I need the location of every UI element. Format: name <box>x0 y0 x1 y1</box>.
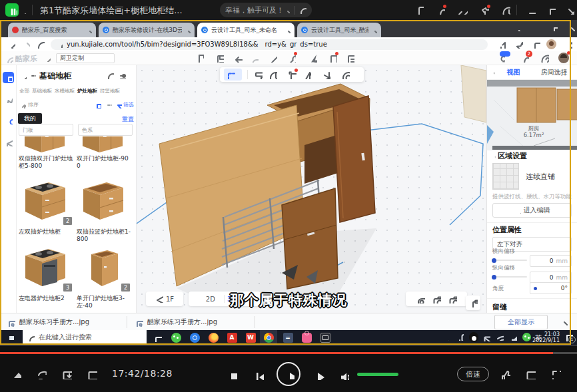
wechat-tray-icon[interactable] <box>522 333 531 341</box>
download-item-1[interactable]: 酷家乐练习手册方...jpg <box>7 316 99 328</box>
omnibox[interactable]: yun.kujiale.com/tool/h5/bim?designid=3FO… <box>51 39 488 50</box>
app-bell-icon[interactable]: 2 <box>520 53 529 63</box>
screen-record-app-icon[interactable] <box>320 332 330 343</box>
browser-restore-icon[interactable] <box>550 24 558 31</box>
calculator-app-icon[interactable] <box>283 332 293 343</box>
bookmark-star-icon[interactable] <box>514 40 523 49</box>
theater-mode-icon[interactable] <box>525 369 536 379</box>
chevron-up-icon[interactable] <box>93 319 99 325</box>
microphone-tray-icon[interactable] <box>456 333 464 341</box>
app-back-icon[interactable] <box>43 54 51 62</box>
wechat-app-icon[interactable] <box>171 332 181 343</box>
history-clock-icon[interactable] <box>501 5 510 15</box>
floorplan-minimap[interactable]: 厨房 6.17m² <box>487 80 577 150</box>
shopping-bag-app-icon[interactable] <box>301 332 312 343</box>
browser-close-icon[interactable] <box>568 24 575 31</box>
v-offset-slider[interactable] <box>492 276 527 278</box>
browser-tab-3-active[interactable]: 云设计工具_司米_未命名 <box>197 23 294 37</box>
skin-shirt-icon[interactable] <box>480 5 489 15</box>
plugin-tool-button[interactable] <box>321 70 335 79</box>
export-doc-icon[interactable] <box>345 53 354 63</box>
catalog-expand-icon[interactable] <box>129 71 137 79</box>
rail-cabinet-icon[interactable] <box>3 72 14 83</box>
previous-icon[interactable] <box>253 369 264 380</box>
catalog-sliders-icon[interactable] <box>118 71 126 79</box>
redo-icon[interactable] <box>249 53 259 63</box>
browser-tab-2[interactable]: 酷家乐装修设计-在线3D云设计平 <box>99 23 195 37</box>
firefox-app-icon[interactable] <box>208 332 219 343</box>
playback-speed-button[interactable]: 倍速 <box>457 367 489 381</box>
tab-room-select[interactable]: 房间选择 <box>530 68 577 77</box>
acrobat-app-icon[interactable] <box>227 332 237 343</box>
like-thumb-icon[interactable] <box>500 369 510 379</box>
tab-view[interactable]: 视图 <box>496 68 530 77</box>
shape-tool-button[interactable] <box>302 70 316 79</box>
lightning-icon[interactable] <box>308 53 317 63</box>
action-center-icon[interactable]: 1 <box>564 333 573 341</box>
reset-button[interactable]: 重置 <box>122 115 134 124</box>
stop-icon[interactable] <box>227 369 237 379</box>
volume-icon[interactable] <box>338 369 349 380</box>
url-text[interactable]: yun.kujiale.com/tool/h5/bim?designid=3FO… <box>67 41 327 48</box>
tab-all[interactable]: 全部 <box>19 88 29 95</box>
collapse-chevron-icon[interactable] <box>566 226 572 232</box>
sort-control[interactable]: 排序 <box>19 101 39 108</box>
ring-tool-button[interactable] <box>340 70 354 79</box>
show-all-downloads-button[interactable]: 全部显示 <box>494 315 548 329</box>
app-menu-caret-icon[interactable] <box>21 7 27 14</box>
close-icon[interactable] <box>565 5 574 15</box>
popup-player-icon[interactable] <box>11 369 21 379</box>
chrome-app-icon-active[interactable] <box>260 330 277 345</box>
user-avatar[interactable] <box>558 53 569 63</box>
tab-stove-cabinet[interactable]: 炉灶地柜 <box>77 88 97 95</box>
browser-tab-1[interactable]: 酷家乐_百度搜索 <box>8 23 96 37</box>
iqiyi-logo[interactable] <box>5 3 19 17</box>
mail-tray-icon[interactable] <box>482 333 490 341</box>
share-icon[interactable] <box>497 40 506 49</box>
rail-designer-icon[interactable] <box>3 114 14 126</box>
play-button[interactable] <box>277 362 300 386</box>
task-view-icon[interactable] <box>152 332 163 343</box>
tray-chevron-up-icon[interactable] <box>442 334 449 341</box>
category-list-icon[interactable] <box>29 72 36 79</box>
frame-tool-button[interactable] <box>287 70 296 79</box>
material-swatch-icon[interactable] <box>328 53 337 63</box>
filter-control[interactable]: 筛选 <box>115 101 134 108</box>
next-icon[interactable] <box>314 369 325 380</box>
paint-roller-tool-icon[interactable] <box>253 70 263 79</box>
collaborate-icon[interactable] <box>496 53 505 63</box>
volume-slider[interactable] <box>357 373 398 376</box>
search-clear-icon[interactable] <box>284 7 290 13</box>
h-offset-slider[interactable] <box>492 260 527 261</box>
cast-device-icon[interactable] <box>414 5 424 15</box>
list-view-icon[interactable] <box>105 101 112 108</box>
browser-menu-kebab-icon[interactable] <box>564 40 572 49</box>
player-search-box[interactable]: 幸福，触手可及！ <box>220 3 312 17</box>
catalog-search-icon[interactable] <box>106 71 114 79</box>
tools-wrench-icon[interactable] <box>287 53 296 63</box>
notification-bell[interactable] <box>436 5 445 15</box>
panel-expand-icon[interactable] <box>567 151 574 158</box>
taskbar-clock[interactable]: 21:03 2022/9/11 <box>532 331 560 343</box>
tab-sink-cabinet[interactable]: 水槽地柜 <box>55 88 75 95</box>
rail-model-box-icon[interactable] <box>3 136 14 148</box>
link-icon[interactable] <box>458 5 468 15</box>
help-icon[interactable] <box>540 53 549 63</box>
h-offset-input[interactable]: 0 mm <box>530 255 572 267</box>
tab-close-icon[interactable] <box>185 27 191 33</box>
tab-base-cabinet[interactable]: 基础地柜 <box>32 88 52 95</box>
new-tab-icon[interactable] <box>386 25 394 33</box>
drag-handle-icon[interactable] <box>488 69 495 76</box>
kujiale-app-icon[interactable] <box>189 332 200 343</box>
tab-close-icon[interactable] <box>86 27 92 33</box>
volume-tray-icon[interactable] <box>509 333 517 341</box>
browser-tab-4[interactable]: 云设计工具_司米_酷家乐练习手册 <box>297 23 381 37</box>
fullscreen-icon[interactable] <box>550 369 561 379</box>
tile-pattern-swatch[interactable] <box>492 163 519 190</box>
reload-icon[interactable] <box>36 40 45 49</box>
player-search-text[interactable]: 幸福，触手可及！ <box>225 5 284 15</box>
grid-view-icon[interactable] <box>94 101 101 108</box>
maximize-icon[interactable] <box>546 5 556 15</box>
catalog-item-2[interactable]: 双开门炉灶地柜-900 <box>77 136 131 170</box>
select-tool-button[interactable] <box>224 69 242 81</box>
